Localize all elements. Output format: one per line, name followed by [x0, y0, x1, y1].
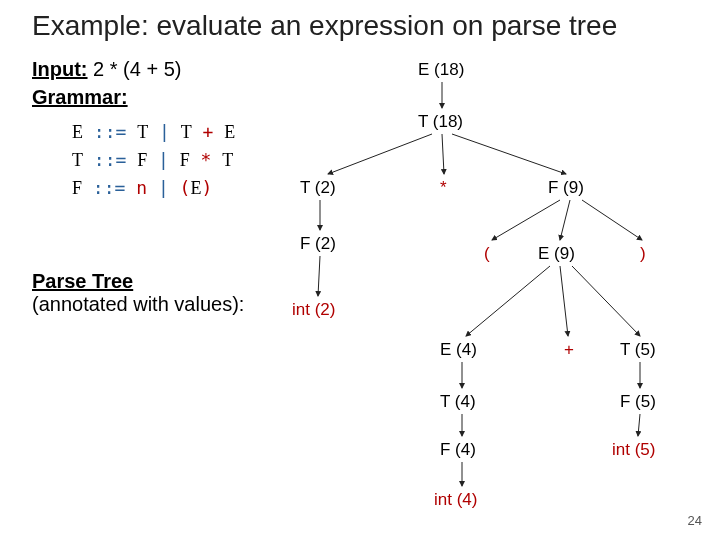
- node-F-9: F (9): [548, 178, 584, 198]
- node-T-4: T (4): [440, 392, 476, 412]
- slide-title: Example: evaluate an expression on parse…: [32, 10, 617, 42]
- bar-icon: |: [147, 149, 180, 170]
- node-star: *: [440, 178, 447, 198]
- nt-F3: F: [72, 178, 82, 198]
- svg-line-12: [572, 266, 640, 336]
- nt-E: E: [72, 122, 83, 142]
- svg-line-9: [582, 200, 642, 240]
- n-token: n: [136, 177, 147, 198]
- grammar-rule-T: T ::= F | F * T: [72, 146, 235, 174]
- grammar-block: E ::= T | T + E T ::= F | F * T F ::= n …: [72, 118, 235, 202]
- node-F-5: F (5): [620, 392, 656, 412]
- op-def: ::=: [83, 149, 137, 170]
- node-E-18: E (18): [418, 60, 464, 80]
- nt-F: F: [137, 150, 147, 170]
- grammar-rule-F: F ::= n | (E): [72, 174, 235, 202]
- svg-line-3: [442, 134, 444, 174]
- node-T-2: T (2): [300, 178, 336, 198]
- nt-F2: F: [180, 150, 190, 170]
- node-plus: +: [564, 340, 574, 360]
- svg-line-7: [492, 200, 560, 240]
- nt-E2: E: [224, 122, 235, 142]
- leaf-int-4: int (4): [434, 490, 477, 510]
- input-line: Input: 2 * (4 + 5): [32, 58, 181, 81]
- bar-icon: |: [148, 121, 181, 142]
- parse-tree-heading: Parse Tree: [32, 270, 244, 293]
- input-expr: 2 * (4 + 5): [88, 58, 182, 80]
- star-token: *: [190, 149, 223, 170]
- parse-tree-caption: Parse Tree (annotated with values):: [32, 270, 244, 316]
- op-def: ::=: [83, 121, 137, 142]
- node-F-2: F (2): [300, 234, 336, 254]
- svg-line-4: [452, 134, 566, 174]
- svg-line-16: [638, 414, 640, 436]
- nt-T2: T: [181, 122, 192, 142]
- node-T-18: T (18): [418, 112, 463, 132]
- input-label: Input:: [32, 58, 88, 80]
- svg-line-11: [560, 266, 568, 336]
- plus-token: +: [192, 121, 225, 142]
- grammar-rule-E: E ::= T | T + E: [72, 118, 235, 146]
- node-rpar: ): [640, 244, 646, 264]
- node-lpar: (: [484, 244, 490, 264]
- grammar-label: Grammar:: [32, 86, 128, 109]
- page-number: 24: [688, 513, 702, 528]
- node-T-5: T (5): [620, 340, 656, 360]
- leaf-int-2: int (2): [292, 300, 335, 320]
- node-E-9: E (9): [538, 244, 575, 264]
- lpar-token: (: [180, 177, 191, 198]
- svg-line-10: [466, 266, 550, 336]
- svg-line-2: [328, 134, 432, 174]
- parse-tree-subheading: (annotated with values):: [32, 293, 244, 316]
- nt-T3: T: [72, 150, 83, 170]
- nt-E3: E: [190, 178, 201, 198]
- bar-icon: |: [147, 177, 180, 198]
- rpar-token: ): [201, 177, 212, 198]
- nt-T4: T: [222, 150, 233, 170]
- slide: Example: evaluate an expression on parse…: [0, 0, 720, 540]
- op-def: ::=: [82, 177, 136, 198]
- svg-line-8: [560, 200, 570, 240]
- leaf-int-5: int (5): [612, 440, 655, 460]
- nt-T: T: [137, 122, 148, 142]
- svg-line-6: [318, 256, 320, 296]
- node-F-4: F (4): [440, 440, 476, 460]
- node-E-4: E (4): [440, 340, 477, 360]
